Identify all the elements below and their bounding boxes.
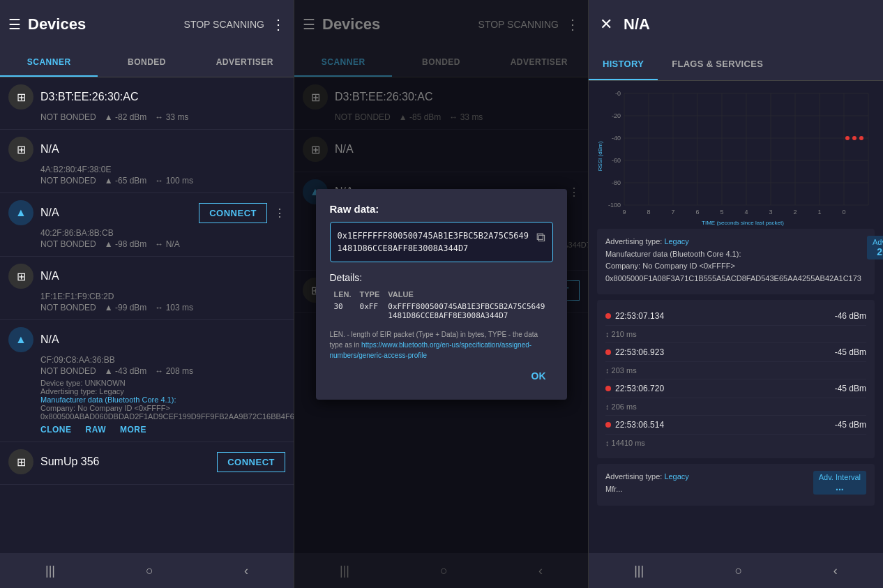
company: Company: No Company ID <0xFFFF> — [605, 262, 735, 270]
tab-scanner-left[interactable]: SCANNER — [0, 49, 98, 77]
raw-data-box: 0x1EFFFFFF800500745AB1E3FBC5B2A75C564914… — [330, 222, 553, 262]
more-icon-device[interactable]: ⋮ — [274, 206, 285, 220]
device-icon: ⊞ — [8, 137, 33, 162]
device-type: Device type: UNKNOWN — [40, 379, 285, 387]
timestamp-row: 22:53:06.720 -45 dBm — [605, 379, 866, 398]
nav-menu-right[interactable]: ||| — [623, 558, 655, 584]
tab-history[interactable]: HISTORY — [589, 49, 658, 80]
device-stats: NOT BONDED ▲ -82 dBm ↔ 33 ms — [40, 112, 285, 122]
timestamp-row: 22:53:06.923 -45 dBm — [605, 343, 866, 362]
adv-interval-badge-2: Adv. Interval ... — [813, 471, 866, 495]
interval-value: ↔ N/A — [155, 239, 179, 249]
device-icon: ▲ — [8, 327, 33, 352]
bond-status: NOT BONDED — [40, 112, 96, 122]
table-row: 30 0xFF 0xFFFF800500745AB1E3FBC5B2A75C56… — [330, 300, 553, 322]
more-icon-left[interactable]: ⋮ — [271, 16, 285, 33]
ts-dot — [605, 313, 611, 319]
right-tabs: HISTORY FLAGS & SERVICES — [589, 49, 883, 81]
cell-type: 0xFF — [356, 300, 384, 322]
nav-back-left[interactable]: ‹ — [233, 558, 259, 584]
menu-icon[interactable]: ☰ — [8, 16, 21, 33]
device-mac: 4A:B2:80:4F:38:0E — [40, 165, 285, 174]
svg-text:8: 8 — [647, 209, 650, 216]
interval-row: ↕ 210 ms — [605, 326, 866, 343]
svg-text:2: 2 — [793, 209, 797, 216]
company-data: 0x800500ABAD060DBDAD2F1AD9CEF199D9FF9FB2… — [40, 412, 285, 421]
list-item: ⊞ N/A 1F:1E:F1:F9:CB:2D NOT BONDED ▲ -99… — [0, 257, 294, 320]
raw-data-value: 0x1EFFFFFF800500745AB1E3FBC5B2A75C564914… — [338, 229, 531, 255]
svg-text:RSSI (dBm): RSSI (dBm) — [597, 141, 603, 171]
close-icon[interactable]: ✕ — [600, 15, 612, 33]
ts-time: 22:53:06.720 — [615, 384, 664, 393]
svg-text:9: 9 — [622, 209, 626, 216]
details-link[interactable]: https://www.bluetooth.org/en-us/specific… — [330, 341, 532, 359]
ts-time: 22:53:07.134 — [615, 311, 664, 321]
cell-value: 0xFFFF800500745AB1E3FBC5B2A75C56491481D8… — [384, 300, 552, 322]
modal-overlay: Raw data: 0x1EFFFFFF800500745AB1E3FBC5B2… — [294, 0, 588, 588]
modal-title: Raw data: — [330, 203, 553, 215]
rssi-chart: -0 -20 -40 -60 -80 -100 9 8 7 6 5 4 3 2 … — [596, 86, 876, 226]
tab-bonded-left[interactable]: BONDED — [98, 49, 195, 77]
ts-dot — [605, 349, 611, 355]
timestamp-row: 22:53:06.514 -45 dBm — [605, 416, 866, 435]
device-list-left: ⊞ D3:BT:EE:26:30:AC NOT BONDED ▲ -82 dBm… — [0, 77, 294, 553]
device-stats: NOT BONDED ▲ -99 dBm ↔ 103 ms — [40, 303, 285, 312]
raw-btn[interactable]: RAW — [86, 425, 107, 435]
connect-button[interactable]: CONNECT — [199, 203, 267, 223]
bond-status: NOT BONDED — [40, 303, 96, 312]
col-value: VALUE — [384, 289, 552, 300]
panel-right: ✕ N/A HISTORY FLAGS & SERVICES — [589, 0, 883, 588]
svg-text:-80: -80 — [612, 179, 621, 186]
tab-advertiser-left[interactable]: ADVERTISER — [196, 49, 294, 77]
col-type: TYPE — [356, 289, 384, 300]
company: Company: No Company ID <0xFFFF> — [40, 404, 285, 412]
device-icon: ⊞ — [8, 264, 33, 289]
adv-type-label: Advertising type: — [605, 237, 664, 246]
raw-data-modal: Raw data: 0x1EFFFFFF800500745AB1E3FBC5B2… — [316, 189, 567, 400]
bond-status: NOT BONDED — [40, 239, 96, 249]
interval-value: ↔ 100 ms — [155, 176, 193, 186]
tab-flags-services[interactable]: FLAGS & SERVICES — [658, 49, 777, 80]
device-icon: ▲ — [8, 200, 33, 225]
svg-text:-0: -0 — [615, 90, 621, 97]
device-mac: CF:09:C8:AA:36:BB — [40, 355, 285, 365]
device-icon: ⊞ — [8, 449, 33, 474]
timestamp-row: 22:53:07.134 -46 dBm — [605, 307, 866, 326]
interval-row: ↕ 14410 ms — [605, 435, 866, 451]
device-name: D3:BT:EE:26:30:AC — [40, 91, 285, 103]
adv-type: Advertising type: Legacy — [40, 387, 285, 395]
list-item: ⊞ N/A 4A:B2:80:4F:38:0E NOT BONDED ▲ -65… — [0, 130, 294, 193]
clone-btn[interactable]: CLONE — [40, 425, 72, 435]
svg-text:-40: -40 — [612, 135, 621, 142]
rssi-value: ▲ -82 dBm — [105, 112, 147, 122]
stop-scanning-btn-left[interactable]: STOP SCANNING — [184, 19, 264, 30]
rssi-value: ▲ -65 dBm — [105, 176, 147, 186]
bond-status: NOT BONDED — [40, 366, 96, 376]
nav-back-right[interactable]: ‹ — [822, 558, 849, 584]
nav-menu-left[interactable]: ||| — [34, 558, 66, 584]
device-stats: NOT BONDED ▲ -43 dBm ↔ 208 ms — [40, 366, 285, 376]
device-info: Device type: UNKNOWN Advertising type: L… — [40, 379, 285, 421]
ts-dbm: -45 dBm — [835, 420, 866, 430]
device-stats: NOT BONDED ▲ -98 dBm ↔ N/A — [40, 239, 285, 249]
nav-home-right[interactable]: ○ — [724, 558, 754, 584]
svg-point-37 — [859, 136, 863, 140]
details-note: LEN. - length of EIR packet (Type + Data… — [330, 329, 553, 361]
nav-home-left[interactable]: ○ — [135, 558, 165, 584]
ts-dbm: -45 dBm — [835, 384, 866, 393]
interval-label-2: Adv. Interval — [819, 473, 861, 481]
copy-icon[interactable]: ⧉ — [536, 229, 545, 245]
cell-len: 30 — [330, 300, 356, 322]
ts-dot — [605, 386, 611, 391]
adv-type-value: Legacy — [664, 237, 688, 246]
device-actions: CLONE RAW MORE — [40, 425, 285, 435]
adv-interval-badge: Adv. Interval 205 ms — [867, 236, 883, 259]
ts-time: 22:53:06.923 — [615, 347, 664, 357]
connect-button[interactable]: CONNECT — [217, 452, 285, 472]
more-btn[interactable]: MORE — [120, 425, 146, 435]
list-item: ▲ N/A CF:09:C8:AA:36:BB NOT BONDED ▲ -43… — [0, 320, 294, 442]
details-title: Details: — [330, 272, 553, 283]
ok-button[interactable]: OK — [524, 366, 553, 386]
right-title: N/A — [624, 15, 872, 33]
device-mac: 1F:1E:F1:F9:CB:2D — [40, 292, 285, 301]
